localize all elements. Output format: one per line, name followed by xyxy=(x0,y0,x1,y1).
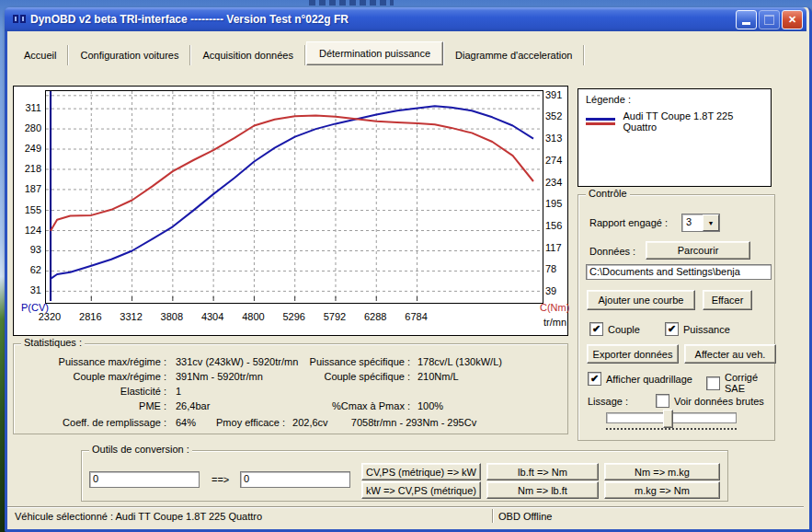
chart-canvas xyxy=(46,91,541,301)
title-bar[interactable]: DynOBD v2 beta TRI-interface --------- V… xyxy=(5,7,806,31)
convert-button-cv-ps-m-trique-kw[interactable]: CV,PS (métrique) => kW xyxy=(361,463,481,480)
stat-row: Couple spécifique :210Nm/L xyxy=(286,371,459,382)
y-axis-left-tick: 62 xyxy=(17,264,41,275)
rapport-engage-label: Rapport engagé : xyxy=(589,217,668,228)
stat-label: Puissance max/régime : xyxy=(23,356,166,367)
y-axis-left-tick: 124 xyxy=(17,225,41,236)
conversion-input-source[interactable]: 0 xyxy=(89,471,200,488)
couple-checkbox[interactable]: ✔ Couple xyxy=(589,322,640,336)
brutes-checkbox-label: Voir données brutes xyxy=(674,396,764,407)
stat-label: Coeff. de remplissage : xyxy=(23,417,166,428)
x-axis-tick: 6784 xyxy=(396,311,437,322)
tab-configuration-voitures[interactable]: Configuration voitures xyxy=(69,45,190,65)
data-path-input[interactable]: C:\Documents and Settings\benja xyxy=(586,264,772,280)
convert-button-nm-lb-ft[interactable]: Nm => lb.ft xyxy=(486,481,599,499)
dyno-chart: 3112802492181871551249362313913523132742… xyxy=(13,86,568,336)
conversion-group: Outils de conversion : 0 ==> 0 CV,PS (mé… xyxy=(81,450,728,502)
close-button[interactable]: ✕ xyxy=(782,10,803,29)
sae-checkbox-box[interactable] xyxy=(706,376,720,390)
stat-row: Puissance max/régime :331cv (243kW) - 59… xyxy=(23,356,298,367)
chart-plot-area[interactable] xyxy=(45,90,543,304)
legend-panel: Légende : Audi TT Coupe 1.8T 225 Quattro xyxy=(578,88,772,187)
minimize-button[interactable] xyxy=(736,10,757,29)
status-bar: Véhicule sélectionné : Audi TT Coupe 1.8… xyxy=(7,506,804,525)
chevron-down-icon[interactable]: ▼ xyxy=(703,214,719,231)
stat-value: 7058tr/mn - 293Nm - 295Cv xyxy=(351,417,476,428)
convert-button-nm-m-kg[interactable]: Nm => m.kg xyxy=(604,463,720,480)
legend-entry-label: Audi TT Coupe 1.8T 225 Quattro xyxy=(623,110,763,133)
ajouter-courbe-button[interactable]: Ajouter une courbe xyxy=(587,290,695,310)
x-axis-tick: 5296 xyxy=(274,311,315,322)
left-axis-title: P(CV) xyxy=(21,302,49,313)
y-axis-left-tick: 218 xyxy=(17,163,41,174)
y-axis-right-tick: 117 xyxy=(545,242,573,253)
status-vehicle: Véhicule sélectionné : Audi TT Coupe 1.8… xyxy=(7,511,492,522)
lissage-slider-ticks xyxy=(606,425,737,430)
afficher-quadrillage-checkbox[interactable]: ✔ Afficher quadrillage xyxy=(588,372,692,386)
y-axis-right-tick: 391 xyxy=(545,89,573,100)
x-axis-unit-label: tr/mn xyxy=(543,317,566,328)
desktop-clipped-text xyxy=(309,0,394,6)
stat-value: 1 xyxy=(176,386,181,397)
stat-row: PME :26,4bar xyxy=(23,400,210,411)
legend-line-swatch-icon xyxy=(586,118,615,125)
rapport-engage-value: 3 xyxy=(682,214,703,231)
stat-value: 64% xyxy=(176,417,196,428)
app-icon xyxy=(12,12,27,27)
conversion-input-result[interactable]: 0 xyxy=(240,471,350,488)
tab-strip: AccueilConfiguration voituresAcquisition… xyxy=(13,43,585,65)
statistiques-group-title: Statistiques : xyxy=(21,337,85,348)
quadrillage-checkbox-label: Afficher quadrillage xyxy=(606,374,692,385)
y-axis-right-tick: 195 xyxy=(545,198,573,209)
corrige-sae-checkbox[interactable]: Corrigé SAE xyxy=(706,372,774,394)
tab-acquisition-donn-es[interactable]: Acquisition données xyxy=(191,45,304,65)
x-axis-tick: 4304 xyxy=(192,311,233,322)
controle-group-title: Contrôle xyxy=(586,188,630,199)
y-axis-right-tick: 156 xyxy=(545,220,573,231)
puissance-checkbox-box[interactable]: ✔ xyxy=(665,322,679,336)
y-axis-left-tick: 311 xyxy=(17,102,41,113)
affecter-veh-button[interactable]: Affecter au veh. xyxy=(684,344,776,364)
couple-checkbox-label: Couple xyxy=(608,324,640,335)
y-axis-right-tick: 39 xyxy=(545,285,573,296)
tab-diagramme-d-acceleration[interactable]: Diagramme d'acceleration xyxy=(444,45,584,65)
puissance-checkbox[interactable]: ✔ Puissance xyxy=(665,322,730,336)
y-axis-left-tick: 249 xyxy=(17,143,41,154)
voir-donnees-brutes-checkbox[interactable]: Voir données brutes xyxy=(656,394,764,408)
effacer-button[interactable]: Effacer xyxy=(703,290,752,310)
y-axis-left-tick: 93 xyxy=(17,244,41,255)
couple-checkbox-box[interactable]: ✔ xyxy=(589,322,603,336)
x-axis-tick: 2816 xyxy=(70,311,110,322)
quadrillage-checkbox-box[interactable]: ✔ xyxy=(588,372,601,386)
convert-button-lb-ft-nm[interactable]: lb.ft => Nm xyxy=(486,463,599,480)
convert-button-m-kg-nm[interactable]: m.kg => Nm xyxy=(604,481,720,499)
tab-accueil[interactable]: Accueil xyxy=(13,45,68,65)
window-title: DynOBD v2 beta TRI-interface --------- V… xyxy=(30,13,734,26)
x-axis-tick: 6288 xyxy=(355,311,395,322)
brutes-checkbox-box[interactable] xyxy=(656,394,669,408)
convert-button-kw-cv-ps-m-trique[interactable]: kW => CV,PS (métrique) xyxy=(361,481,481,499)
stat-value: 210Nm/L xyxy=(417,371,459,382)
stat-value: 391Nm - 5920tr/mn xyxy=(176,371,263,382)
status-obd: OBD Offline xyxy=(493,511,553,522)
stat-label: Couple spécifique : xyxy=(286,371,410,382)
curve-puissance-cv xyxy=(51,106,533,279)
stat-row: 7058tr/mn - 293Nm - 295Cv xyxy=(280,417,547,428)
x-axis-tick: 3312 xyxy=(111,311,152,322)
stat-label: Couple max/régime : xyxy=(23,371,166,382)
y-axis-right-tick: 352 xyxy=(545,110,573,121)
stat-label: PME : xyxy=(23,400,166,411)
rapport-engage-select[interactable]: 3 ▼ xyxy=(681,214,720,232)
y-axis-left-tick: 187 xyxy=(17,183,41,194)
tab-d-termination-puissance[interactable]: Détermination puissance xyxy=(306,41,443,65)
stat-label: Puissance spécifique : xyxy=(286,356,410,367)
stat-row: Couple max/régime :391Nm - 5920tr/mn xyxy=(23,371,263,382)
parcourir-button[interactable]: Parcourir xyxy=(646,241,750,260)
conversion-arrow-label: ==> xyxy=(212,474,229,485)
maximize-button[interactable] xyxy=(759,10,780,29)
exporter-donnees-button[interactable]: Exporter données xyxy=(587,344,679,364)
x-axis-tick: 5792 xyxy=(315,311,355,322)
stat-label: Pmoy efficace : xyxy=(216,417,285,428)
legend-title: Légende : xyxy=(586,94,763,105)
x-axis-tick: 4800 xyxy=(233,311,273,322)
